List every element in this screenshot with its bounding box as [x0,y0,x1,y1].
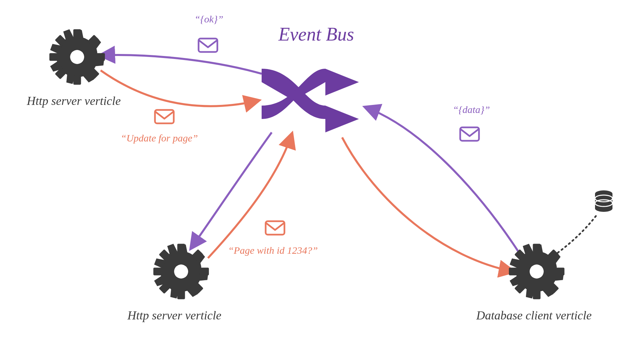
envelope-icon [155,110,174,123]
envelope-icon [460,127,479,141]
event-bus-icon [262,69,359,132]
diagram-canvas [0,0,644,362]
arrow-bus-to-db [342,137,513,272]
http-top-label: Http server verticle [27,94,121,108]
arrow-db-to-bus [366,107,518,251]
msg-data-label: “{data}” [453,104,490,115]
arrow-bus-to-http-top [101,55,262,74]
envelope-icon [199,39,217,52]
gear-icon [153,244,209,299]
db-client-label: Database client verticle [476,308,592,322]
gear-icon [49,29,105,85]
msg-ok-label: “{ok}” [195,13,223,25]
database-icon [595,190,612,212]
link-db-to-database [550,215,597,258]
event-bus-title: Event Bus [278,23,354,45]
gear-icon [509,244,565,299]
envelope-icon [266,221,284,235]
diagram-stage: Event Bus Http server verticle Http serv… [0,0,644,362]
arrow-http-top-to-bus [101,70,258,106]
msg-update-label: “Update for page” [121,132,198,144]
arrow-http-bottom-to-bus [208,134,292,258]
msg-page-id-label: “Page with id 1234?” [228,245,318,256]
http-bottom-label: Http server verticle [127,308,221,322]
